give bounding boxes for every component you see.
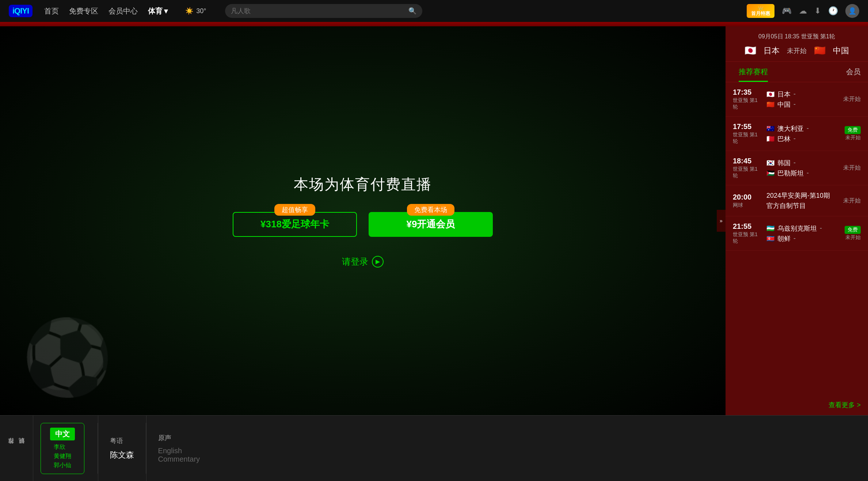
see-more-link[interactable]: 查看更多 > [726,395,868,415]
team-name: 官方自制节目 [766,201,806,210]
sidebar-toggle[interactable]: » [717,210,726,232]
commentator-name: 郭小仙 [54,462,71,469]
match-header-meta: 09月05日 18:35 世亚预 第1轮 [733,33,861,41]
score: - [793,159,796,167]
match-league: 世亚预 第1轮 [733,231,762,245]
flag-icon: 🇺🇿 [766,224,774,232]
nav-links: 首页 免费专区 会员中心 体育 ▾ [44,6,168,16]
score: - [820,224,822,232]
match-time: 17:35 [733,88,762,96]
match-item[interactable]: 17:55 世亚预 第1轮 🇦🇺 澳大利亚 - 🇧🇭 巴林 - [726,117,868,151]
main-content: ⚽ 本场为体育付费直播 超值畅享 ¥318爱足球年卡 免费看本场 ¥9开通会员 … [0,26,868,415]
match-status: 免费 未开始 [835,226,861,241]
match-time: 21:55 [733,222,762,231]
flag-icon: 🇯🇵 [766,90,774,98]
free-badge: 免费 [845,226,861,234]
match-time: 18:45 [733,157,762,165]
commentator-name: 黄健翔 [54,452,71,460]
bottom-bar: 推荐 解说 中文 李欣 黄健翔 郭小仙 粤语 陈文森 原声 English Co… [0,415,868,481]
nav-right: 👑 首月特惠 🎮 ☁ ⬇ 🕐 👤 [747,4,859,18]
team1-name: 日本 [764,45,780,56]
nav-sports[interactable]: 体育 ▾ [148,6,168,16]
nav-home[interactable]: 首页 [44,6,59,16]
team-name: 巴勒斯坦 [777,169,804,178]
annual-card-tag: 超值畅享 [274,204,315,216]
top-navigation: iQIYI 首页 免费专区 会员中心 体育 ▾ ☀️ 30° 🔍 👑 首月特惠 … [0,0,868,22]
promo-badge[interactable]: 👑 首月特惠 [747,4,774,18]
match-league: 世亚预 第1轮 [733,166,762,179]
score: - [807,169,809,177]
history-icon[interactable]: 🕐 [828,6,838,16]
match-item[interactable]: 18:45 世亚预 第1轮 🇰🇷 韩国 - 🇵🇸 巴勒斯坦 - 未开始 [726,151,868,185]
chinese-commentary-option[interactable]: 中文 李欣 黄健翔 郭小仙 [41,423,84,474]
score: - [793,235,796,242]
paywall-buttons: 超值畅享 ¥318爱足球年卡 免费看本场 ¥9开通会员 [233,212,493,241]
flag-icon: 🇰🇷 [766,159,774,167]
flag-icon: 🇰🇵 [766,235,774,243]
match-time: 20:00 [733,193,762,201]
match-item[interactable]: 17:35 世亚预 第1轮 🇯🇵 日本 - 🇨🇳 中国 - 未开始 [726,82,868,117]
member-tag: 免费看本场 [407,204,454,216]
annual-card-button[interactable]: ¥318爱足球年卡 [233,212,357,237]
flag-icon: 🇨🇳 [766,101,774,109]
team-name: 朝鲜 [777,234,791,243]
nav-member[interactable]: 会员中心 [108,6,138,16]
login-prompt[interactable]: 请登录 ▶ [342,256,384,268]
score: - [793,135,796,143]
right-sidebar: 09月05日 18:35 世亚预 第1轮 🇯🇵 日本 未开始 🇨🇳 中国 推荐赛… [726,26,868,415]
annual-card-button-wrapper: 超值畅享 ¥318爱足球年卡 [233,212,357,241]
match-status: 免费 未开始 [835,126,861,141]
bg-logo: ⚽ [22,315,113,401]
weather-icon: ☀️ [185,7,193,15]
match-not-started: 未开始 [787,46,807,55]
cantonese-commentator[interactable]: 陈文森 [110,450,134,461]
red-banner [0,22,868,26]
download-icon[interactable]: ⬇ [814,6,821,16]
match-list: 17:35 世亚预 第1轮 🇯🇵 日本 - 🇨🇳 中国 - 未开始 [726,82,868,395]
search-icon[interactable]: 🔍 [408,7,416,15]
weather-info: ☀️ 30° [185,7,206,15]
logo[interactable]: iQIYI [9,5,33,17]
team-name: 韩国 [777,159,791,167]
flag-icon: 🇵🇸 [766,169,774,177]
match-header-teams: 🇯🇵 日本 未开始 🇨🇳 中国 [733,45,861,56]
team2-flag: 🇨🇳 [814,45,826,56]
video-player: ⚽ 本场为体育付费直播 超值畅享 ¥318爱足球年卡 免费看本场 ¥9开通会员 … [0,26,726,415]
commentator-name: 李欣 [54,443,71,451]
team2-name: 中国 [833,45,849,56]
match-status: 未开始 [835,197,861,205]
team-name: 日本 [777,90,791,99]
temperature: 30° [196,7,206,15]
gamepad-icon[interactable]: 🎮 [782,6,792,16]
free-badge: 免费 [845,126,861,134]
team-name: 2024早安美网-第10期 [766,191,830,200]
team1-flag: 🇯🇵 [745,45,756,56]
tab-member[interactable]: 会员 [846,62,861,82]
chinese-lang-badge: 中文 [50,428,75,440]
upload-icon[interactable]: ☁ [799,6,807,16]
open-member-button[interactable]: ¥9开通会员 [369,212,493,237]
cantonese-lang-label: 粤语 [110,436,134,445]
score: - [793,101,796,108]
avatar[interactable]: 👤 [845,4,859,18]
english-commentary-line2: Commentary [158,455,200,463]
search-bar[interactable]: 🔍 [225,4,422,18]
nav-free[interactable]: 免费专区 [69,6,98,16]
login-circle-icon: ▶ [372,256,384,268]
search-input[interactable] [231,7,405,15]
match-status: 未开始 [835,164,861,172]
match-header: 09月05日 18:35 世亚预 第1轮 🇯🇵 日本 未开始 🇨🇳 中国 [726,26,868,62]
english-commentary-line1: English [158,447,200,455]
team-name: 巴林 [777,135,791,143]
match-item[interactable]: 21:55 世亚预 第1轮 🇺🇿 乌兹别克斯坦 - 🇰🇵 朝鲜 - [726,216,868,251]
score: - [807,125,809,132]
match-item[interactable]: 20:00 网球 2024早安美网-第10期 官方自制节目 未开始 [726,185,868,216]
score: - [793,90,796,98]
flag-icon: 🇦🇺 [766,125,774,133]
match-time: 17:55 [733,122,762,131]
tab-recommended[interactable]: 推荐赛程 [733,62,774,82]
english-section-label: 原声 [158,433,200,442]
sidebar-tabs: 推荐赛程 会员 [726,62,868,82]
match-league: 世亚预 第1轮 [733,132,762,145]
team-name: 乌兹别克斯坦 [777,224,817,233]
